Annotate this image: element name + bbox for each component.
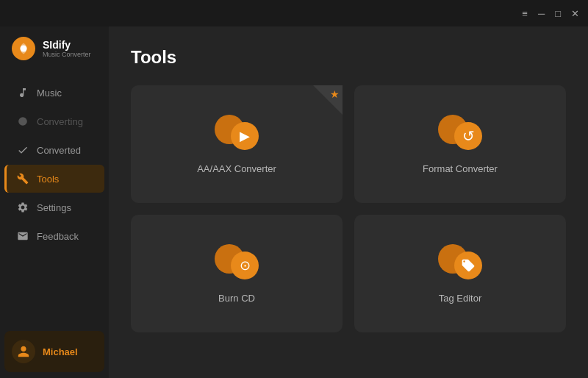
user-avatar: [12, 340, 35, 363]
format-label: Format Converter: [423, 163, 498, 174]
app-layout: SIdify Music Converter Music Converting: [0, 26, 588, 378]
tools-icon: [16, 172, 29, 185]
app-name: SIdify: [43, 39, 91, 51]
tag-editor-icon: [438, 244, 482, 279]
settings-icon: [16, 201, 29, 214]
minimize-button[interactable]: ─: [538, 9, 545, 18]
tool-card-format[interactable]: ↺ Format Converter: [354, 85, 566, 203]
user-name: Michael: [43, 346, 78, 357]
new-badge: ★: [313, 85, 343, 115]
title-bar: ≡ ─ □ ✕: [0, 0, 588, 26]
tool-card-burn-cd[interactable]: ⊙ Burn CD: [131, 215, 343, 332]
tools-label: Tools: [37, 174, 59, 185]
sidebar-item-converting: Converting: [4, 107, 104, 135]
badge-icon: ★: [330, 88, 340, 100]
burn-cd-icon: ⊙: [215, 244, 259, 279]
sidebar-nav: Music Converting Converted: [0, 75, 109, 325]
tool-card-tag-editor[interactable]: Tag Editor: [354, 215, 566, 332]
feedback-label: Feedback: [37, 231, 79, 242]
format-icon: ↺: [438, 115, 482, 150]
feedback-icon: [16, 229, 29, 243]
tag-editor-label: Tag Editor: [439, 293, 482, 304]
sidebar: SIdify Music Converter Music Converting: [0, 26, 109, 378]
music-icon: [16, 86, 29, 99]
svg-point-1: [18, 117, 27, 126]
settings-label: Settings: [37, 202, 71, 213]
menu-button[interactable]: ≡: [522, 9, 528, 18]
music-label: Music: [37, 88, 62, 99]
sidebar-item-settings[interactable]: Settings: [4, 193, 104, 221]
aa-aax-icon: ▶: [215, 115, 259, 150]
tool-card-aa-aax[interactable]: ★ ▶ AA/AAX Converter: [131, 85, 343, 203]
sidebar-item-music[interactable]: Music: [4, 79, 104, 107]
close-button[interactable]: ✕: [571, 9, 579, 18]
tools-grid: ★ ▶ AA/AAX Converter ↺ Format Converter: [131, 85, 566, 332]
page-title: Tools: [131, 47, 566, 68]
logo-text: SIdify Music Converter: [43, 39, 91, 59]
converting-icon: [16, 115, 29, 128]
logo-icon: [12, 37, 35, 60]
sidebar-item-converted[interactable]: Converted: [4, 136, 104, 164]
aa-aax-label: AA/AAX Converter: [197, 163, 276, 174]
converted-icon: [16, 143, 29, 157]
main-content: Tools ★ ▶ AA/AAX Converter ↺: [109, 26, 588, 378]
converted-label: Converted: [37, 145, 81, 156]
app-subtitle: Music Converter: [43, 51, 91, 58]
burn-cd-label: Burn CD: [218, 293, 255, 304]
app-logo: SIdify Music Converter: [0, 26, 109, 75]
window-controls: ≡ ─ □ ✕: [522, 9, 579, 18]
converting-label: Converting: [37, 116, 83, 127]
user-profile[interactable]: Michael: [4, 331, 104, 372]
sidebar-item-feedback[interactable]: Feedback: [4, 222, 104, 250]
sidebar-item-tools[interactable]: Tools: [4, 165, 104, 193]
maximize-button[interactable]: □: [555, 9, 561, 18]
